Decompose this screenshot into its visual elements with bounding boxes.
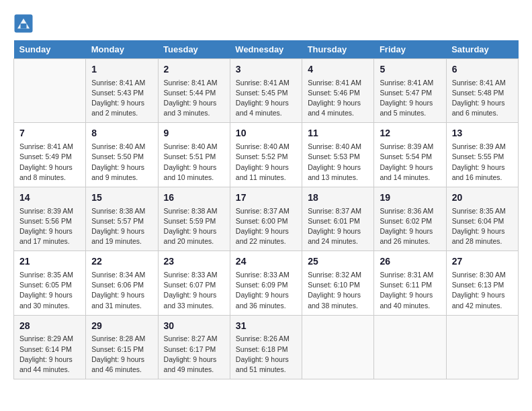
calendar-cell: 20Sunrise: 8:35 AM Sunset: 6:04 PM Dayli… [446, 187, 518, 250]
day-number: 23 [164, 255, 224, 269]
day-number: 5 [380, 63, 440, 77]
day-info: Sunrise: 8:27 AM Sunset: 6:17 PM Dayligh… [164, 334, 224, 375]
calendar-cell: 6Sunrise: 8:41 AM Sunset: 5:48 PM Daylig… [446, 59, 518, 123]
logo [13, 13, 36, 34]
calendar-cell: 21Sunrise: 8:35 AM Sunset: 6:05 PM Dayli… [14, 251, 86, 315]
day-number: 24 [236, 255, 296, 269]
day-info: Sunrise: 8:35 AM Sunset: 6:04 PM Dayligh… [452, 206, 513, 247]
day-info: Sunrise: 8:40 AM Sunset: 5:53 PM Dayligh… [308, 142, 368, 183]
day-info: Sunrise: 8:40 AM Sunset: 5:50 PM Dayligh… [91, 142, 152, 183]
calendar-cell [446, 315, 518, 379]
calendar-cell [14, 59, 86, 123]
weekday-header-thursday: Thursday [302, 40, 374, 59]
calendar-cell: 7Sunrise: 8:41 AM Sunset: 5:49 PM Daylig… [14, 123, 86, 187]
day-info: Sunrise: 8:39 AM Sunset: 5:54 PM Dayligh… [380, 142, 440, 183]
day-info: Sunrise: 8:29 AM Sunset: 6:14 PM Dayligh… [19, 334, 80, 375]
calendar-cell: 18Sunrise: 8:37 AM Sunset: 6:01 PM Dayli… [302, 187, 374, 250]
day-number: 17 [236, 191, 296, 205]
calendar-cell: 14Sunrise: 8:39 AM Sunset: 5:56 PM Dayli… [14, 187, 86, 250]
calendar-cell: 16Sunrise: 8:38 AM Sunset: 5:59 PM Dayli… [158, 187, 230, 250]
day-number: 14 [19, 191, 80, 205]
calendar-cell: 29Sunrise: 8:28 AM Sunset: 6:15 PM Dayli… [86, 315, 158, 379]
calendar-cell: 19Sunrise: 8:36 AM Sunset: 6:02 PM Dayli… [374, 187, 446, 250]
day-info: Sunrise: 8:38 AM Sunset: 5:59 PM Dayligh… [164, 206, 224, 247]
day-number: 10 [236, 127, 296, 140]
calendar-cell: 17Sunrise: 8:37 AM Sunset: 6:00 PM Dayli… [230, 187, 302, 250]
day-number: 31 [236, 320, 296, 333]
week-row-3: 14Sunrise: 8:39 AM Sunset: 5:56 PM Dayli… [14, 187, 519, 250]
week-row-2: 7Sunrise: 8:41 AM Sunset: 5:49 PM Daylig… [14, 123, 519, 187]
day-info: Sunrise: 8:34 AM Sunset: 6:06 PM Dayligh… [91, 270, 152, 311]
day-info: Sunrise: 8:41 AM Sunset: 5:49 PM Dayligh… [19, 142, 80, 183]
day-number: 3 [236, 63, 296, 77]
day-info: Sunrise: 8:37 AM Sunset: 6:00 PM Dayligh… [236, 206, 296, 247]
day-number: 22 [91, 255, 152, 269]
day-number: 19 [380, 191, 440, 205]
day-number: 1 [91, 63, 152, 77]
day-number: 7 [19, 127, 80, 140]
day-info: Sunrise: 8:40 AM Sunset: 5:51 PM Dayligh… [164, 142, 224, 183]
day-number: 29 [91, 320, 152, 333]
day-number: 11 [308, 127, 368, 140]
day-info: Sunrise: 8:41 AM Sunset: 5:47 PM Dayligh… [380, 78, 440, 119]
calendar-cell: 28Sunrise: 8:29 AM Sunset: 6:14 PM Dayli… [14, 315, 86, 379]
calendar-cell: 22Sunrise: 8:34 AM Sunset: 6:06 PM Dayli… [86, 251, 158, 315]
week-row-5: 28Sunrise: 8:29 AM Sunset: 6:14 PM Dayli… [14, 315, 519, 379]
day-info: Sunrise: 8:41 AM Sunset: 5:43 PM Dayligh… [91, 78, 152, 119]
calendar-cell: 3Sunrise: 8:41 AM Sunset: 5:45 PM Daylig… [230, 59, 302, 123]
calendar-cell: 31Sunrise: 8:26 AM Sunset: 6:18 PM Dayli… [230, 315, 302, 379]
day-info: Sunrise: 8:35 AM Sunset: 6:05 PM Dayligh… [19, 270, 80, 311]
calendar-cell [374, 315, 446, 379]
day-info: Sunrise: 8:41 AM Sunset: 5:45 PM Dayligh… [236, 78, 296, 119]
weekday-header-sunday: Sunday [14, 40, 86, 59]
logo-icon [13, 13, 34, 34]
day-number: 15 [91, 191, 152, 205]
day-number: 28 [19, 320, 80, 333]
calendar-cell: 24Sunrise: 8:33 AM Sunset: 6:09 PM Dayli… [230, 251, 302, 315]
day-number: 9 [164, 127, 224, 140]
day-info: Sunrise: 8:28 AM Sunset: 6:15 PM Dayligh… [91, 334, 152, 375]
calendar-cell: 25Sunrise: 8:32 AM Sunset: 6:10 PM Dayli… [302, 251, 374, 315]
weekday-header-tuesday: Tuesday [158, 40, 230, 59]
week-row-4: 21Sunrise: 8:35 AM Sunset: 6:05 PM Dayli… [14, 251, 519, 315]
weekday-header-monday: Monday [86, 40, 158, 59]
day-number: 13 [452, 127, 513, 140]
calendar-cell: 13Sunrise: 8:39 AM Sunset: 5:55 PM Dayli… [446, 123, 518, 187]
day-number: 26 [380, 255, 440, 269]
day-number: 18 [308, 191, 368, 205]
day-info: Sunrise: 8:39 AM Sunset: 5:56 PM Dayligh… [19, 206, 80, 247]
calendar-cell: 15Sunrise: 8:38 AM Sunset: 5:57 PM Dayli… [86, 187, 158, 250]
day-info: Sunrise: 8:26 AM Sunset: 6:18 PM Dayligh… [236, 334, 296, 375]
day-info: Sunrise: 8:36 AM Sunset: 6:02 PM Dayligh… [380, 206, 440, 247]
day-number: 25 [308, 255, 368, 269]
calendar-cell: 9Sunrise: 8:40 AM Sunset: 5:51 PM Daylig… [158, 123, 230, 187]
day-number: 30 [164, 320, 224, 333]
day-info: Sunrise: 8:31 AM Sunset: 6:11 PM Dayligh… [380, 270, 440, 311]
day-info: Sunrise: 8:30 AM Sunset: 6:13 PM Dayligh… [452, 270, 513, 311]
calendar-cell: 1Sunrise: 8:41 AM Sunset: 5:43 PM Daylig… [86, 59, 158, 123]
weekday-header-friday: Friday [374, 40, 446, 59]
week-row-1: 1Sunrise: 8:41 AM Sunset: 5:43 PM Daylig… [14, 59, 519, 123]
day-info: Sunrise: 8:33 AM Sunset: 6:09 PM Dayligh… [236, 270, 296, 311]
calendar-cell [302, 315, 374, 379]
day-info: Sunrise: 8:41 AM Sunset: 5:46 PM Dayligh… [308, 78, 368, 119]
calendar-cell: 5Sunrise: 8:41 AM Sunset: 5:47 PM Daylig… [374, 59, 446, 123]
day-info: Sunrise: 8:38 AM Sunset: 5:57 PM Dayligh… [91, 206, 152, 247]
calendar-cell: 27Sunrise: 8:30 AM Sunset: 6:13 PM Dayli… [446, 251, 518, 315]
weekday-header-saturday: Saturday [446, 40, 518, 59]
day-number: 6 [452, 63, 513, 77]
calendar-cell: 4Sunrise: 8:41 AM Sunset: 5:46 PM Daylig… [302, 59, 374, 123]
calendar-cell: 30Sunrise: 8:27 AM Sunset: 6:17 PM Dayli… [158, 315, 230, 379]
day-number: 12 [380, 127, 440, 140]
weekday-header-row: SundayMondayTuesdayWednesdayThursdayFrid… [14, 40, 519, 59]
day-number: 4 [308, 63, 368, 77]
day-number: 20 [452, 191, 513, 205]
calendar-cell: 8Sunrise: 8:40 AM Sunset: 5:50 PM Daylig… [86, 123, 158, 187]
calendar-cell: 11Sunrise: 8:40 AM Sunset: 5:53 PM Dayli… [302, 123, 374, 187]
day-number: 2 [164, 63, 224, 77]
day-info: Sunrise: 8:39 AM Sunset: 5:55 PM Dayligh… [452, 142, 513, 183]
calendar-cell: 10Sunrise: 8:40 AM Sunset: 5:52 PM Dayli… [230, 123, 302, 187]
svg-rect-2 [21, 24, 27, 29]
day-info: Sunrise: 8:32 AM Sunset: 6:10 PM Dayligh… [308, 270, 368, 311]
weekday-header-wednesday: Wednesday [230, 40, 302, 59]
